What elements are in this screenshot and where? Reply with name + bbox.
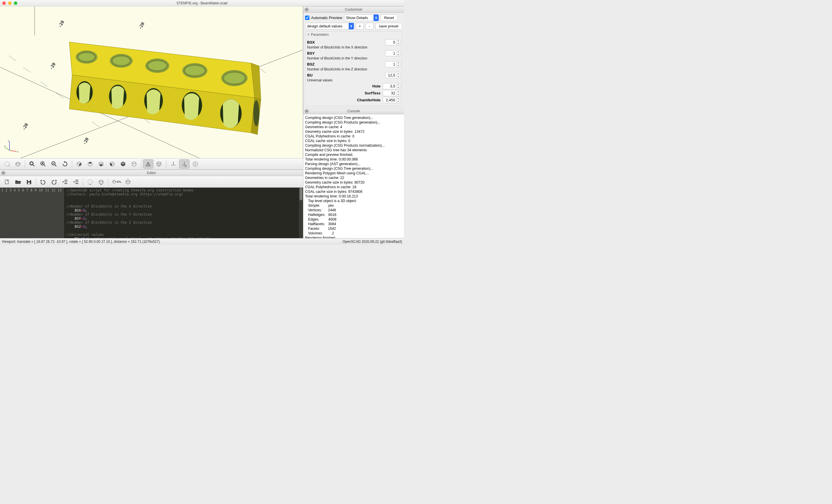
svg-rect-55 xyxy=(28,183,30,184)
editor-close-icon[interactable]: ✕ xyxy=(1,171,5,175)
scale-toggle-button[interactable]: 10 xyxy=(179,159,189,169)
svg-line-3 xyxy=(9,56,16,61)
param-input[interactable] xyxy=(385,61,397,67)
redo-button[interactable] xyxy=(49,177,59,187)
console-line: Halffacets: 3084 xyxy=(305,222,402,226)
editor-title: Editor xyxy=(0,171,303,175)
triangle-down-icon: ▼ xyxy=(307,33,310,36)
viewport-status: Viewport: translate = [ 18.87 26.72 -10.… xyxy=(2,240,160,244)
final-render-button[interactable] xyxy=(96,177,106,187)
param-input[interactable] xyxy=(383,83,397,89)
param-name: Hole xyxy=(372,84,381,88)
editor-toolbar: STL xyxy=(0,176,303,188)
console-close-icon[interactable]: ✕ xyxy=(305,109,309,113)
open-file-button[interactable] xyxy=(13,177,23,187)
stepper-icon[interactable]: ▲▼ xyxy=(397,97,400,103)
svg-text:-20: -20 xyxy=(21,122,29,131)
param-name: ChamferHole xyxy=(357,98,381,102)
render-button[interactable] xyxy=(13,159,23,169)
console-line: Volumes: 2 xyxy=(305,231,402,235)
param-input[interactable] xyxy=(383,97,397,103)
editor-scrollbar[interactable] xyxy=(299,188,303,238)
console-line: Geometries in cache: 22 xyxy=(305,175,402,180)
new-file-button[interactable] xyxy=(2,177,12,187)
view-back-button[interactable] xyxy=(129,159,139,169)
param-name: SurfTess xyxy=(365,91,381,95)
perspective-button[interactable] xyxy=(143,159,153,169)
zoom-out-button[interactable] xyxy=(49,159,59,169)
param-input[interactable] xyxy=(383,90,397,96)
stepper-icon[interactable]: ▲▼ xyxy=(397,83,400,89)
console-title: Console xyxy=(303,109,404,113)
zoom-in-button[interactable] xyxy=(38,159,48,169)
console-line: Rendering finished. xyxy=(305,235,402,238)
view-left-button[interactable] xyxy=(107,159,117,169)
param-description: Number of BlockUnits in the Z direction xyxy=(307,67,400,71)
customizer-close-icon[interactable]: ✕ xyxy=(305,7,309,12)
parameters-section-header[interactable]: ▼ Parameters xyxy=(305,31,402,38)
export-stl-button[interactable]: STL xyxy=(110,177,122,187)
auto-preview-checkbox[interactable] xyxy=(305,16,309,20)
unindent-button[interactable] xyxy=(60,177,70,187)
reset-view-button[interactable] xyxy=(60,159,70,169)
svg-text:-20: -20 xyxy=(57,20,65,28)
svg-line-14 xyxy=(260,69,265,73)
save-preset-button[interactable]: save preset xyxy=(375,23,402,29)
console-line: Halfedges: 8016 xyxy=(305,213,402,217)
view-top-button[interactable] xyxy=(85,159,95,169)
console-line: Compiling design (CSG Tree generation)..… xyxy=(305,115,402,120)
preset-minus-button[interactable]: - xyxy=(365,23,373,29)
view-bottom-button[interactable] xyxy=(96,159,106,169)
send-to-printer-button[interactable] xyxy=(123,177,133,187)
console-line: CGAL Polyhedrons in cache: 18 xyxy=(305,185,402,189)
param-input[interactable] xyxy=(385,50,397,56)
view-toolbar: 10 xyxy=(0,158,303,170)
stepper-icon[interactable]: ▲▼ xyxy=(397,61,400,67)
param-description: Number of BlockUnits in the X direction xyxy=(307,45,400,49)
param-row: BSY ▲▼ Number of BlockUnits in the Y dir… xyxy=(307,50,400,60)
console-line: Facets: 1542 xyxy=(305,226,402,231)
param-name: BSZ xyxy=(307,62,315,66)
param-input[interactable] xyxy=(385,72,397,78)
console-line: Compiling design (CSG Products generatio… xyxy=(305,120,402,125)
editor-panel-header: ✕ Editor xyxy=(0,170,303,176)
status-bar: Viewport: translate = [ 18.87 26.72 -10.… xyxy=(0,238,404,245)
save-file-button[interactable] xyxy=(24,177,34,187)
preview-render-button[interactable] xyxy=(85,177,95,187)
orthographic-button[interactable] xyxy=(154,159,164,169)
indent-button[interactable] xyxy=(71,177,81,187)
svg-text:10: 10 xyxy=(184,165,187,167)
console-line: CGAL Polyhedrons in cache: 0 xyxy=(305,134,402,139)
console-line: Geometries in cache: 4 xyxy=(305,125,402,129)
param-row: BU ▲▼ Universal values xyxy=(307,72,400,82)
svg-point-39 xyxy=(253,100,259,126)
code-editor[interactable]: 1 2 3 4 5 6 7 8 9 10 11 12 13 //OpenSCAD… xyxy=(0,188,303,238)
stepper-icon[interactable]: ▲▼ xyxy=(397,72,400,78)
svg-line-4 xyxy=(23,67,30,73)
preset-select[interactable]: design default values xyxy=(305,23,354,29)
svg-text:y: y xyxy=(4,145,6,147)
view-front-button[interactable] xyxy=(118,159,128,169)
crosshair-button[interactable] xyxy=(190,159,201,169)
stepper-icon[interactable]: ▲▼ xyxy=(397,90,400,96)
zoom-fit-button[interactable] xyxy=(27,159,37,169)
stepper-icon[interactable]: ▲▼ xyxy=(397,50,400,56)
console-output[interactable]: Compiling design (CSG Tree generation)..… xyxy=(303,114,404,238)
svg-rect-53 xyxy=(5,180,8,184)
3d-viewport[interactable]: -20 -20 -20 -20 -20 xyxy=(0,6,303,158)
auto-preview-label: Automatic Preview xyxy=(311,16,342,20)
param-name: BU xyxy=(307,73,313,77)
axes-toggle-button[interactable] xyxy=(168,159,179,169)
stepper-icon[interactable]: ▲▼ xyxy=(397,39,400,45)
param-row: BSX ▲▼ Number of BlockUnits in the X dir… xyxy=(307,39,400,49)
svg-text:z: z xyxy=(8,139,9,142)
preset-plus-button[interactable]: + xyxy=(356,23,364,29)
svg-point-56 xyxy=(88,179,93,184)
reset-button[interactable]: Reset xyxy=(381,15,398,21)
undo-button[interactable] xyxy=(38,177,48,187)
view-right-button[interactable] xyxy=(74,159,84,169)
param-row: SurfTess ▲▼ xyxy=(307,90,400,96)
param-input[interactable] xyxy=(385,39,397,45)
preview-button[interactable] xyxy=(2,159,12,169)
window-titlebar: STEMFIE.org - BeamMaker.scad xyxy=(0,0,404,6)
